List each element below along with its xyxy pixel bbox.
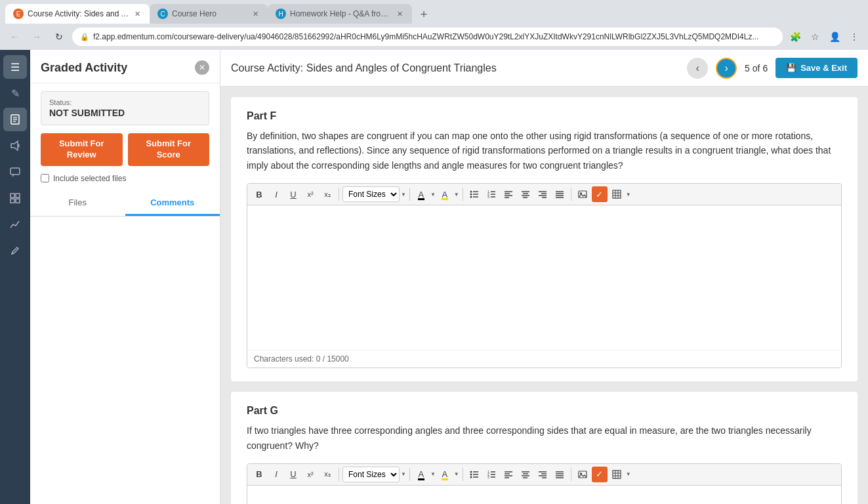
align-right-button-g[interactable]	[535, 467, 550, 482]
rail-item-chat[interactable]	[3, 160, 27, 184]
superscript-button-g[interactable]: x²	[302, 467, 318, 482]
font-color-arrow-f: ▼	[430, 192, 436, 198]
browser-tab-active[interactable]: E Course Activity: Sides and Angl… ✕	[5, 4, 150, 24]
check-button-g[interactable]: ✓	[592, 467, 608, 482]
image-button-f[interactable]	[575, 186, 590, 202]
bullet-list-button-f[interactable]	[466, 186, 482, 202]
rail-item-edit[interactable]: ✎	[3, 81, 27, 105]
sep4-f	[571, 188, 571, 201]
table-button-f[interactable]	[609, 186, 625, 202]
svg-marker-4	[11, 141, 18, 150]
editor-f: B I U x² x₂ Font Sizes 8pt 10pt 12pt 14p…	[247, 183, 842, 368]
tab-files[interactable]: Files	[30, 191, 125, 216]
editor-textarea-f[interactable]	[247, 205, 841, 350]
font-color-button-f[interactable]: A	[413, 186, 429, 202]
rail-item-chart[interactable]	[3, 213, 27, 236]
status-value: NOT SUBMITTED	[49, 108, 201, 118]
highlight-arrow-f: ▼	[454, 192, 459, 198]
check-button-f[interactable]: ✓	[592, 186, 608, 202]
sidebar-close-button[interactable]: ✕	[195, 60, 209, 75]
highlight-button-f[interactable]: A	[437, 186, 453, 202]
subscript-button-f[interactable]: x₂	[320, 186, 335, 202]
font-size-select-f[interactable]: Font Sizes 8pt 10pt 12pt 14pt 18pt 24pt	[342, 186, 400, 202]
sep1-g	[339, 468, 339, 481]
svg-rect-8	[10, 199, 14, 203]
rail-item-volume[interactable]	[3, 134, 27, 158]
rail-item-grid[interactable]	[3, 186, 27, 210]
page-title: Course Activity: Sides and Angles of Con…	[231, 62, 679, 74]
bookmark-icon[interactable]: ☆	[806, 28, 823, 45]
align-left-button-g[interactable]	[501, 467, 516, 482]
bullet-list-button-g[interactable]	[466, 467, 482, 482]
svg-rect-9	[16, 199, 20, 203]
bold-button-g[interactable]: B	[251, 467, 267, 482]
include-files-checkbox[interactable]	[41, 174, 49, 182]
underline-button-g[interactable]: U	[285, 467, 301, 482]
align-center-button-g[interactable]	[518, 467, 533, 482]
back-button[interactable]: ←	[5, 28, 24, 46]
italic-button-g[interactable]: I	[268, 467, 284, 482]
font-color-button-g[interactable]: A	[413, 467, 429, 482]
editor-textarea-g[interactable]	[247, 486, 841, 504]
url-bar[interactable]: 🔒 f2.app.edmentum.com/courseware-deliver…	[72, 28, 783, 46]
font-size-select-g[interactable]: Font Sizes 8pt 10pt 12pt 14pt 18pt 24pt	[342, 467, 400, 482]
nav-rail: ☰ ✎	[0, 50, 30, 504]
tab-close-1[interactable]: ✕	[133, 9, 142, 20]
new-tab-button[interactable]: +	[415, 5, 433, 24]
submit-review-button[interactable]: Submit For Review	[41, 133, 123, 166]
rail-item-menu[interactable]: ☰	[3, 55, 27, 79]
superscript-button-f[interactable]: x²	[302, 186, 318, 202]
submit-score-button[interactable]: Submit For Score	[128, 133, 210, 166]
tab-close-2[interactable]: ✕	[251, 9, 260, 20]
tab-favicon-2: C	[157, 9, 168, 19]
image-button-g[interactable]	[575, 467, 590, 482]
content-scroll[interactable]: Part F By definition, two shapes are con…	[220, 87, 868, 504]
next-page-button[interactable]: ›	[716, 58, 737, 79]
align-left-button-f[interactable]	[501, 186, 516, 202]
profile-icon[interactable]: 👤	[826, 28, 843, 45]
font-color-arrow-g: ▼	[430, 471, 436, 477]
forward-button[interactable]: →	[28, 28, 46, 46]
include-files-label: Include selected files	[53, 174, 126, 183]
subscript-button-g[interactable]: x₂	[320, 467, 335, 482]
sidebar-content-area	[30, 217, 220, 504]
tab-favicon-3: H	[276, 9, 286, 19]
italic-button-f[interactable]: I	[268, 186, 284, 202]
editor-toolbar-f: B I U x² x₂ Font Sizes 8pt 10pt 12pt 14p…	[247, 184, 841, 205]
table-button-g[interactable]	[609, 467, 625, 482]
reload-button[interactable]: ↻	[50, 28, 68, 46]
justify-button-f[interactable]	[552, 186, 568, 202]
browser-tab-homework[interactable]: H Homework Help - Q&A from Onl… ✕	[268, 4, 412, 24]
rail-item-pen[interactable]	[3, 239, 27, 262]
highlight-button-g[interactable]: A	[437, 467, 453, 482]
svg-rect-41	[613, 190, 621, 198]
question-block-g: Part G If two triangles have three corre…	[231, 392, 858, 504]
svg-rect-5	[10, 168, 20, 175]
rail-item-assignment[interactable]	[3, 108, 27, 131]
ordered-list-button-g[interactable]: 1.2.3.	[484, 467, 499, 482]
browser-tab-coursehero[interactable]: C Course Hero ✕	[150, 4, 268, 24]
ordered-list-button-f[interactable]: 1.2.3.	[484, 186, 499, 202]
underline-button-f[interactable]: U	[285, 186, 301, 202]
lock-icon: 🔒	[80, 33, 89, 41]
status-label: Status:	[49, 98, 201, 106]
prev-page-button[interactable]: ‹	[687, 58, 708, 79]
align-right-button-f[interactable]	[535, 186, 550, 202]
content-header: Course Activity: Sides and Angles of Con…	[220, 50, 868, 87]
bold-button-f[interactable]: B	[251, 186, 267, 202]
svg-point-15	[470, 196, 472, 198]
extensions-icon[interactable]: 🧩	[787, 28, 804, 45]
align-center-button-f[interactable]	[518, 186, 533, 202]
settings-icon[interactable]: ⋮	[846, 28, 863, 45]
sep2-f	[409, 188, 410, 201]
tab-comments[interactable]: Comments	[125, 191, 220, 216]
svg-rect-76	[613, 471, 621, 478]
svg-point-50	[470, 476, 472, 478]
svg-rect-6	[10, 194, 14, 198]
tab-close-3[interactable]: ✕	[396, 9, 404, 20]
highlight-arrow-g: ▼	[454, 471, 459, 477]
justify-button-g[interactable]	[552, 467, 568, 482]
sep1-f	[339, 188, 339, 201]
svg-rect-7	[16, 194, 20, 198]
save-exit-button[interactable]: 💾 Save & Exit	[775, 58, 858, 78]
